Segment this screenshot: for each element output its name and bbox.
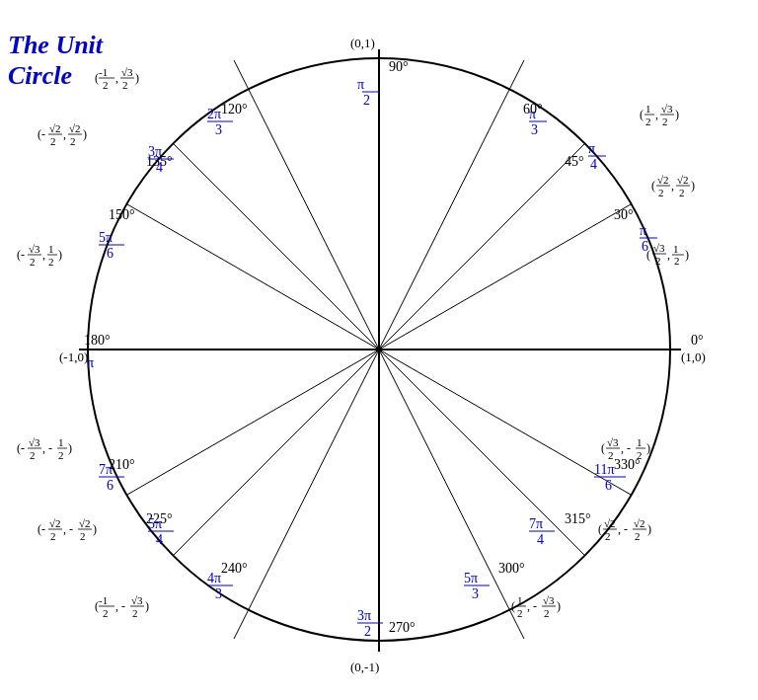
- svg-text:): ): [685, 248, 689, 262]
- deg-90: 90°: [389, 59, 409, 74]
- coord-180: (-1,0): [59, 350, 88, 364]
- rad-90: π: [357, 77, 364, 92]
- svg-text:2: 2: [122, 79, 128, 91]
- svg-text:4: 4: [590, 157, 597, 172]
- deg-270: 270°: [389, 620, 416, 635]
- rad-135: 3π: [148, 144, 162, 159]
- svg-line-5: [379, 60, 524, 350]
- svg-text:): ): [68, 441, 72, 455]
- coord-210: (-: [17, 441, 25, 455]
- svg-text:): ): [83, 127, 87, 141]
- svg-text:√2: √2: [657, 174, 669, 186]
- svg-text:): ): [145, 599, 149, 613]
- svg-text:√2: √2: [677, 174, 689, 186]
- coord-0: (1,0): [681, 350, 706, 364]
- svg-text:√3: √3: [29, 243, 40, 255]
- svg-line-8: [127, 204, 379, 350]
- rad-120: 2π: [207, 107, 221, 121]
- svg-text:, -: , -: [63, 522, 73, 536]
- svg-text:): ): [646, 441, 650, 455]
- svg-text:2: 2: [58, 449, 64, 461]
- svg-text:2: 2: [655, 255, 661, 267]
- main-container: The Unit Circle: [0, 0, 758, 700]
- svg-text:2: 2: [674, 255, 680, 267]
- svg-text:): ): [135, 71, 139, 85]
- svg-text:3: 3: [472, 586, 479, 601]
- deg-120: 120°: [221, 102, 248, 117]
- coord-135: (-: [38, 127, 45, 141]
- svg-text:1: 1: [48, 243, 54, 255]
- svg-text:, -: , -: [621, 441, 631, 455]
- svg-line-4: [379, 144, 584, 350]
- svg-text:2: 2: [658, 187, 664, 198]
- svg-text:): ): [647, 522, 651, 536]
- rad-30: π: [640, 223, 646, 238]
- svg-text:1: 1: [637, 436, 643, 448]
- svg-text:2: 2: [637, 449, 643, 461]
- svg-text:2: 2: [635, 530, 641, 542]
- svg-text:√3: √3: [607, 436, 619, 448]
- svg-text:2: 2: [645, 116, 651, 127]
- svg-text:2: 2: [103, 607, 109, 619]
- svg-text:, -: , -: [527, 599, 537, 613]
- coord-45: (: [651, 179, 655, 193]
- svg-text:-1: -1: [99, 594, 108, 606]
- deg-150: 150°: [109, 207, 135, 222]
- svg-line-12: [379, 350, 524, 639]
- deg-0: 0°: [691, 333, 704, 348]
- svg-text:,: ,: [115, 71, 118, 85]
- rad-45: π: [588, 141, 595, 156]
- page-title: The Unit Circle: [8, 30, 103, 91]
- svg-text:,: ,: [42, 248, 45, 262]
- svg-line-9: [127, 350, 379, 495]
- svg-text:2: 2: [70, 135, 76, 147]
- svg-text:): ): [557, 599, 561, 613]
- svg-text:2: 2: [103, 79, 109, 91]
- svg-text:): ): [675, 108, 679, 121]
- rad-210: 7π: [99, 462, 113, 477]
- svg-text:2: 2: [605, 530, 611, 542]
- rad-225: 5π: [148, 516, 162, 531]
- svg-line-6: [234, 60, 379, 350]
- coord-270: (0,-1): [350, 660, 379, 674]
- svg-text:, -: , -: [115, 599, 125, 613]
- svg-text:√2: √2: [634, 517, 645, 529]
- svg-text:1: 1: [58, 436, 64, 448]
- svg-text:√2: √2: [69, 122, 81, 134]
- coord-330: (: [601, 441, 605, 455]
- svg-text:1: 1: [673, 243, 679, 255]
- coord-300: (: [511, 599, 515, 613]
- svg-text:6: 6: [107, 478, 114, 493]
- svg-text:√3: √3: [121, 66, 133, 78]
- deg-180: 180°: [84, 333, 111, 348]
- svg-text:√2: √2: [49, 122, 61, 134]
- svg-text:4: 4: [156, 532, 163, 547]
- svg-text:√2: √2: [604, 517, 616, 529]
- coord-90: (0,1): [350, 36, 375, 50]
- svg-text:,: ,: [655, 108, 658, 121]
- svg-line-11: [234, 350, 379, 639]
- svg-text:2: 2: [517, 607, 523, 619]
- coord-60: (: [640, 108, 644, 121]
- svg-line-14: [379, 350, 631, 495]
- svg-text:, -: , -: [618, 522, 628, 536]
- svg-text:2: 2: [679, 187, 685, 198]
- svg-line-13: [379, 350, 584, 555]
- svg-text:√3: √3: [131, 594, 143, 606]
- svg-text:, -: , -: [42, 441, 52, 455]
- rad-240: 4π: [207, 571, 221, 585]
- rad-60: π: [529, 107, 536, 121]
- svg-text:): ): [93, 522, 97, 536]
- svg-text:4: 4: [537, 532, 544, 547]
- svg-text:2: 2: [132, 607, 138, 619]
- unit-circle-diagram: 0° 30° 45° 60° 90° 120° 135° 150° 180° 2…: [0, 0, 758, 700]
- svg-text:√3: √3: [543, 594, 555, 606]
- rad-270: 3π: [357, 608, 371, 623]
- coord-30: (: [646, 248, 650, 262]
- svg-text:1: 1: [517, 594, 523, 606]
- deg-240: 240°: [221, 561, 248, 576]
- svg-text:2: 2: [544, 607, 550, 619]
- coord-315: (: [598, 522, 602, 536]
- svg-text:√2: √2: [79, 517, 91, 529]
- svg-line-7: [174, 144, 379, 350]
